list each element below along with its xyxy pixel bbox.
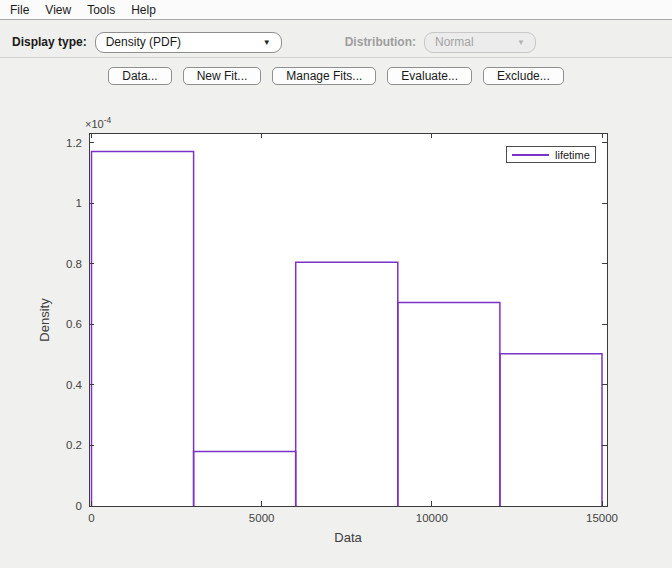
histogram-canvas: 05000100001500000.20.40.60.811.2×10-4Dat…	[0, 0, 672, 568]
y-tick-label: 0.6	[66, 318, 82, 330]
x-tick-label: 15000	[586, 512, 618, 524]
y-tick-label: 0.8	[66, 258, 82, 270]
plot-area: 05000100001500000.20.40.60.811.2×10-4Dat…	[0, 0, 672, 568]
x-tick-label: 5000	[249, 512, 275, 524]
legend-line-sample	[512, 154, 549, 156]
y-tick-label: 0.2	[66, 439, 82, 451]
x-tick-label: 0	[88, 512, 94, 524]
y-tick-label: 0	[76, 500, 82, 512]
x-tick-label: 10000	[416, 512, 448, 524]
y-axis-label: Density	[37, 298, 52, 342]
y-axis-exponent: ×10-4	[85, 115, 112, 130]
y-tick-label: 1	[76, 197, 82, 209]
legend-label: lifetime	[555, 149, 590, 161]
x-axis-label: Data	[334, 530, 362, 545]
legend[interactable]: lifetime	[506, 146, 596, 163]
plot-background	[89, 133, 607, 506]
y-tick-label: 1.2	[66, 137, 82, 149]
y-tick-label: 0.4	[66, 379, 83, 391]
